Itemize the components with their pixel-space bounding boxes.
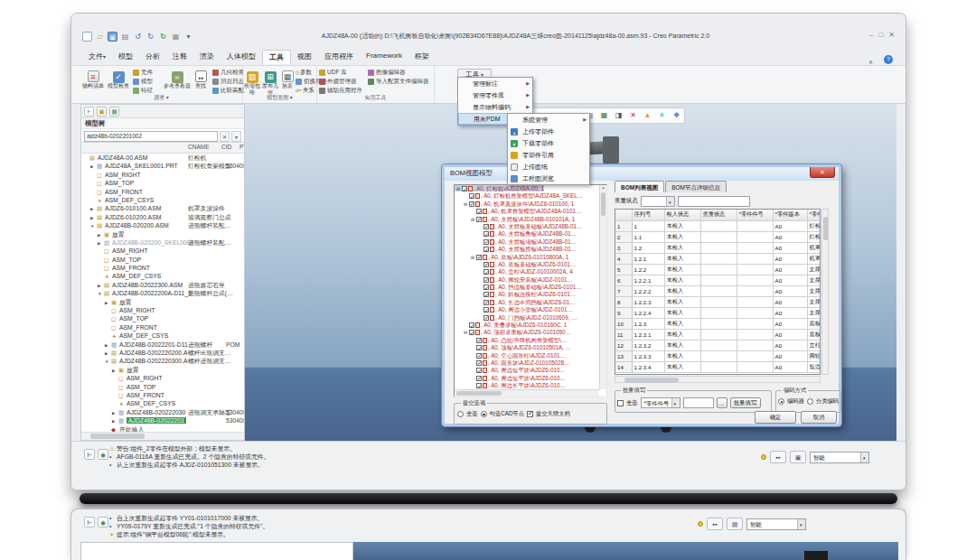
model-tree-row[interactable]: ASM_RIGHT (81, 247, 244, 255)
bom-tree-row[interactable]: , A0, 支撑板基础板\AJDZ48B-01… (455, 223, 599, 230)
model-tree-row[interactable]: ▶AJDZ6-010100.ASM 机罩及滚涂件 (81, 204, 244, 212)
model-tree-row[interactable]: ASM_FRONT (81, 323, 244, 331)
node-checkbox[interactable] (462, 186, 467, 191)
bom-tree-row[interactable]: , A0, 重叠承板\AJDZ6-010160C, 1 (455, 322, 599, 329)
model-tree-row[interactable]: ▶AJDZ48B-020200_SKEL0001 进瓶螺杆装配… (81, 238, 244, 247)
pdm-submenu-item[interactable]: 工程图浏览 (508, 173, 589, 184)
bom-tree-hscrollbar[interactable] (455, 389, 599, 397)
titlebar-icon[interactable] (82, 32, 92, 42)
model-tree-row[interactable]: ▶放置 (81, 366, 244, 374)
menu-tab[interactable]: 文件▾ (82, 50, 112, 64)
family-table-button[interactable]: 族表 (279, 67, 296, 89)
batch-fill-button[interactable]: 批量填写 (730, 397, 761, 408)
bom-table-row[interactable]: 13 1.2.3.3 未检入 A0 脚轮安装板 AJDZ-C (615, 350, 821, 361)
node-checkbox[interactable] (483, 224, 489, 229)
bom-tree-row[interactable]: ⊟, A0, 底板\AJDZ6-01010800A, 1 (455, 254, 599, 261)
node-checkbox[interactable] (483, 231, 489, 237)
batch-value-input[interactable] (683, 397, 714, 408)
titlebar-icon[interactable] (145, 32, 155, 42)
model-tree-row[interactable]: ▶AJDZ48A_SKEL0001.PRT 灯检机骨架模型 530408 (81, 162, 244, 170)
view-toolbar-icon[interactable] (612, 109, 625, 122)
titlebar-icon[interactable] (108, 32, 117, 42)
model-tree-row[interactable]: ASM_DEF_CSYS (81, 272, 244, 280)
node-checkbox[interactable] (476, 345, 482, 350)
bom-table-row[interactable]: 8 1.2.2.3 未检入 A0 支撑板堵板 AJDZ4 (615, 296, 821, 307)
node-checkbox[interactable] (476, 255, 482, 260)
bom-table-row[interactable]: 11 1.2.3.1 未检入 A0 底板基础板 AJDZ6- (615, 329, 821, 340)
node-checkbox[interactable] (476, 217, 482, 222)
bom-tree-vscrollbar[interactable]: ▲ (599, 185, 606, 389)
group-label-model-intent[interactable]: 模型意图 ▾ (243, 94, 316, 102)
node-checkbox[interactable] (476, 209, 482, 214)
cancel-button[interactable]: 取消 (801, 411, 837, 424)
select-box-button[interactable] (790, 451, 806, 463)
node-checkbox[interactable] (483, 277, 489, 283)
titlebar-icon[interactable] (183, 32, 193, 42)
view-toolbar-icon[interactable] (626, 109, 640, 122)
tree-horizontal-scrollbar[interactable] (81, 432, 245, 440)
bom-tree-row[interactable]: , A0, 支撑板撑板\AJDZ48B-01… (455, 246, 599, 253)
bom-tree-row[interactable]: , A0, 周边短平块\AJDZ6-010… (455, 375, 599, 382)
menu-tab[interactable]: 模型 (112, 50, 139, 64)
bom-tree-row[interactable]: , A0, 门挡板\AJDZ-01010609, … (455, 314, 599, 322)
model-tree-row[interactable]: ASM_DEF_CSYS (81, 196, 244, 204)
bom-table-row[interactable]: 2 1.1 未检入 A0 灯检机骨架… AJDZ4 (615, 231, 821, 242)
bom-tree-row[interactable]: , A0, 斜板连接柱\AJDZ6-0101… (455, 291, 599, 298)
shrinkwrap-button[interactable]: 收缩包络 (243, 67, 261, 95)
graphics-area[interactable] (353, 542, 898, 560)
selection-filter-combo[interactable]: 智能 (810, 452, 869, 463)
bom-table-row[interactable]: 3 1.2 未检入 A0 机罩及滚涂件 AJDZ6- (615, 242, 821, 253)
node-checkbox[interactable] (483, 307, 489, 313)
batch-field-combo[interactable]: *零件件号 (641, 397, 680, 408)
node-checkbox[interactable] (483, 315, 489, 321)
bom-tree-row[interactable]: , A0, 支撑板堵板\AJDZ48B-01… (455, 238, 599, 246)
bom-tree-row[interactable]: ⊟, A0, 顶部承重板\AJDZ6-0101050… (455, 329, 599, 336)
maximize-button[interactable]: □ (878, 31, 883, 39)
node-checkbox[interactable] (476, 353, 482, 359)
checked-cad-nodes-radio[interactable] (481, 411, 487, 417)
import-profile-editor-button[interactable]: 导入配置文件编辑器 (368, 77, 429, 86)
menu-tab[interactable]: 应用程序 (318, 50, 360, 64)
clipboard-button[interactable] (727, 518, 743, 530)
bom-table-row[interactable]: 9 1.2.2.4 未检入 A0 支撑板撑板 AJDZ4 (615, 307, 821, 318)
selection-filter-combo[interactable]: 智能 (746, 518, 806, 530)
model-tree-row[interactable]: ▶放置 (81, 298, 244, 306)
bom-dialog-tab[interactable]: BOM节点详细信息 (665, 181, 727, 192)
filter-dropdown-icon[interactable]: ▾ (231, 131, 241, 142)
select-all-radio[interactable] (457, 411, 464, 417)
model-tree-row[interactable]: ASM_TOP (81, 314, 244, 322)
model-tree-row[interactable]: AJDZ48A-00.ASM 灯检机 (81, 154, 244, 162)
model-tree-row[interactable]: ASM_RIGHT (81, 374, 244, 382)
titlebar-icon[interactable] (95, 32, 105, 42)
reference-viewer-button[interactable]: 参考查看器 (164, 67, 191, 89)
bom-tree-row[interactable]: ⊟, A0, 灯检机\AJDZ48A-00, 1 (455, 185, 599, 192)
model-tree-row[interactable]: ▶AJDZ6-010200.ASM 玻璃观察门总成 (81, 213, 244, 221)
navigator-toolbar-icon[interactable] (109, 107, 119, 117)
menu-tab[interactable]: Framework (360, 50, 408, 64)
prompt-icon[interactable] (84, 449, 95, 460)
bom-table-row[interactable]: 4 1.2.1 未检入 A0 机罩骨架模型 AJDZ4 (615, 253, 821, 264)
bom-tree-row[interactable]: , A0, 顶板\AJDZ6-01010501A, … (455, 344, 599, 351)
model-tree-row[interactable]: ASM_RIGHT (81, 171, 244, 179)
bom-dialog-tab[interactable]: BOM列表视图 (615, 181, 664, 192)
dup-status-combo[interactable] (641, 196, 675, 207)
coder-radio[interactable] (778, 398, 784, 405)
classified-coding-radio[interactable] (807, 398, 813, 405)
bom-tree-row[interactable]: , A0, 灯检机骨架模型\AJDZ48A_SKEL… (455, 192, 599, 200)
node-checkbox[interactable] (476, 338, 482, 343)
menu-tab[interactable]: 视图 (291, 50, 318, 64)
model-tree-row[interactable]: ASM_FRONT (81, 264, 244, 272)
minimize-button[interactable]: ‒ (869, 31, 873, 39)
node-checkbox[interactable] (483, 292, 489, 297)
group-label-investigate[interactable]: 调查 ▾ (80, 94, 242, 102)
publish-geometry-button[interactable]: 发布几何 (261, 67, 279, 95)
view-toolbar-icon[interactable] (641, 109, 654, 122)
titlebar-icon[interactable] (171, 32, 181, 42)
find-in-model-button[interactable] (770, 451, 786, 463)
node-checkbox[interactable] (476, 383, 482, 388)
image-editor-button[interactable]: 图像编辑器 (368, 68, 429, 77)
dup-status-input[interactable] (678, 196, 750, 207)
bom-table-row[interactable]: 14 1.2.3.4 未检入 A0 短边长垫板 AJDZ6- (615, 361, 821, 372)
node-checkbox[interactable] (469, 201, 474, 207)
model-tree-row[interactable]: ▶放置 (81, 230, 244, 238)
